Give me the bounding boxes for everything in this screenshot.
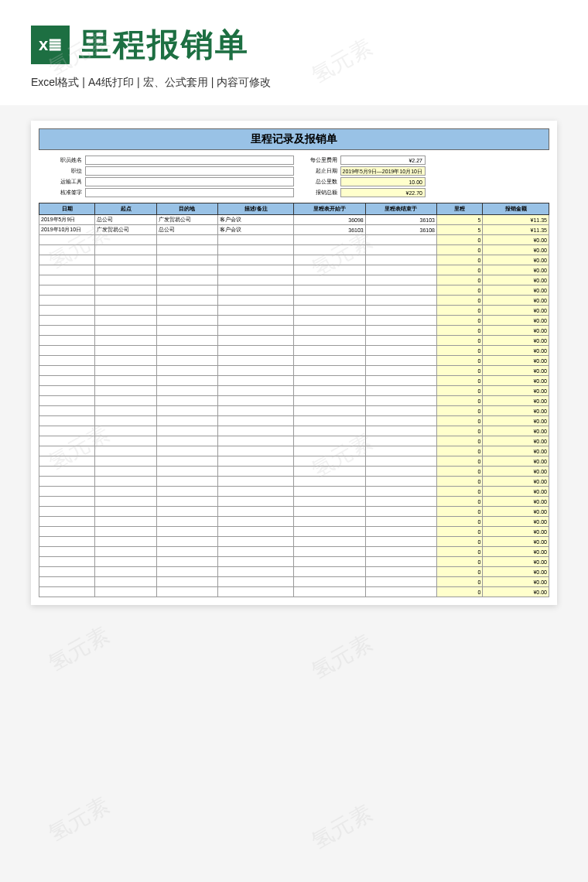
cell-desc[interactable] (217, 477, 294, 487)
cell-date[interactable] (39, 285, 95, 296)
cell-odo-end[interactable] (365, 456, 436, 467)
cell-start[interactable] (95, 567, 156, 577)
cell-start[interactable]: 广发贸易公司 (95, 225, 156, 235)
cell-odo-start[interactable] (294, 587, 365, 597)
cell-dest[interactable] (156, 487, 217, 497)
cell-dest[interactable] (156, 577, 217, 587)
cell-desc[interactable] (217, 296, 294, 306)
cell-odo-start[interactable] (294, 356, 365, 366)
cell-desc[interactable] (217, 386, 294, 396)
cell-desc[interactable]: 客户会议 (217, 215, 294, 225)
cell-date[interactable] (39, 567, 95, 577)
cell-date[interactable] (39, 436, 95, 446)
cell-dest[interactable]: 总公司 (156, 225, 217, 235)
cell-dest[interactable] (156, 265, 217, 275)
cell-dest[interactable] (156, 386, 217, 396)
cell-date[interactable] (39, 255, 95, 265)
cell-odo-end[interactable] (365, 275, 436, 285)
cell-start[interactable] (95, 577, 156, 587)
cell-odo-end[interactable] (365, 547, 436, 557)
cell-odo-end[interactable] (365, 507, 436, 517)
cell-odo-start[interactable] (294, 316, 365, 326)
cell-desc[interactable] (217, 436, 294, 446)
cell-start[interactable] (95, 467, 156, 477)
cell-odo-end[interactable]: 36103 (365, 215, 436, 225)
cell-desc[interactable] (217, 265, 294, 275)
cell-odo-start[interactable]: 36103 (294, 225, 365, 235)
cell-dest[interactable] (156, 557, 217, 567)
cell-dest[interactable] (156, 356, 217, 366)
cell-desc[interactable] (217, 507, 294, 517)
cell-date[interactable] (39, 517, 95, 527)
cell-odo-start[interactable] (294, 517, 365, 527)
cell-desc[interactable] (217, 235, 294, 245)
cell-odo-end[interactable] (365, 386, 436, 396)
cell-start[interactable] (95, 356, 156, 366)
cell-start[interactable] (95, 517, 156, 527)
cell-odo-end[interactable] (365, 265, 436, 275)
cell-odo-start[interactable] (294, 346, 365, 356)
cell-odo-start[interactable] (294, 446, 365, 456)
cell-desc[interactable] (217, 356, 294, 366)
cell-odo-end[interactable] (365, 487, 436, 497)
cell-odo-start[interactable] (294, 336, 365, 346)
cell-desc[interactable] (217, 416, 294, 426)
info-field[interactable] (85, 166, 294, 176)
cell-dest[interactable] (156, 507, 217, 517)
cell-desc[interactable] (217, 527, 294, 537)
cell-odo-end[interactable] (365, 296, 436, 306)
cell-start[interactable] (95, 456, 156, 467)
cell-dest[interactable] (156, 456, 217, 467)
cell-desc[interactable] (217, 426, 294, 436)
cell-start[interactable] (95, 255, 156, 265)
cell-dest[interactable] (156, 326, 217, 336)
cell-date[interactable] (39, 426, 95, 436)
cell-desc[interactable]: 客户会议 (217, 225, 294, 235)
cell-desc[interactable] (217, 467, 294, 477)
cell-odo-start[interactable] (294, 275, 365, 285)
cell-dest[interactable] (156, 537, 217, 547)
cell-desc[interactable] (217, 306, 294, 316)
cell-start[interactable] (95, 507, 156, 517)
cell-desc[interactable] (217, 336, 294, 346)
cell-start[interactable] (95, 316, 156, 326)
cell-dest[interactable] (156, 255, 217, 265)
cell-odo-end[interactable] (365, 255, 436, 265)
cell-odo-start[interactable] (294, 527, 365, 537)
cell-dest[interactable]: 广发贸易公司 (156, 215, 217, 225)
cell-odo-end[interactable] (365, 517, 436, 527)
cell-date[interactable] (39, 487, 95, 497)
cell-start[interactable] (95, 376, 156, 386)
cell-desc[interactable] (217, 255, 294, 265)
cell-odo-start[interactable] (294, 487, 365, 497)
cell-desc[interactable] (217, 366, 294, 376)
cell-dest[interactable] (156, 436, 217, 446)
cell-odo-start[interactable] (294, 456, 365, 467)
cell-dest[interactable] (156, 235, 217, 245)
cell-dest[interactable] (156, 245, 217, 255)
cell-dest[interactable] (156, 426, 217, 436)
cell-odo-start[interactable] (294, 285, 365, 296)
cell-odo-end[interactable] (365, 477, 436, 487)
cell-start[interactable] (95, 426, 156, 436)
cell-date[interactable] (39, 587, 95, 597)
cell-odo-start[interactable] (294, 376, 365, 386)
cell-odo-start[interactable] (294, 537, 365, 547)
cell-odo-end[interactable] (365, 527, 436, 537)
cell-start[interactable] (95, 265, 156, 275)
cell-start[interactable] (95, 306, 156, 316)
cell-date[interactable] (39, 275, 95, 285)
cell-odo-start[interactable] (294, 477, 365, 487)
cell-desc[interactable] (217, 497, 294, 507)
cell-desc[interactable] (217, 346, 294, 356)
cell-start[interactable] (95, 245, 156, 255)
cell-desc[interactable] (217, 547, 294, 557)
cell-start[interactable] (95, 436, 156, 446)
cell-desc[interactable] (217, 396, 294, 406)
cell-odo-end[interactable] (365, 567, 436, 577)
cell-odo-end[interactable] (365, 436, 436, 446)
cell-desc[interactable] (217, 275, 294, 285)
cell-odo-start[interactable] (294, 265, 365, 275)
cell-desc[interactable] (217, 557, 294, 567)
cell-date[interactable] (39, 477, 95, 487)
